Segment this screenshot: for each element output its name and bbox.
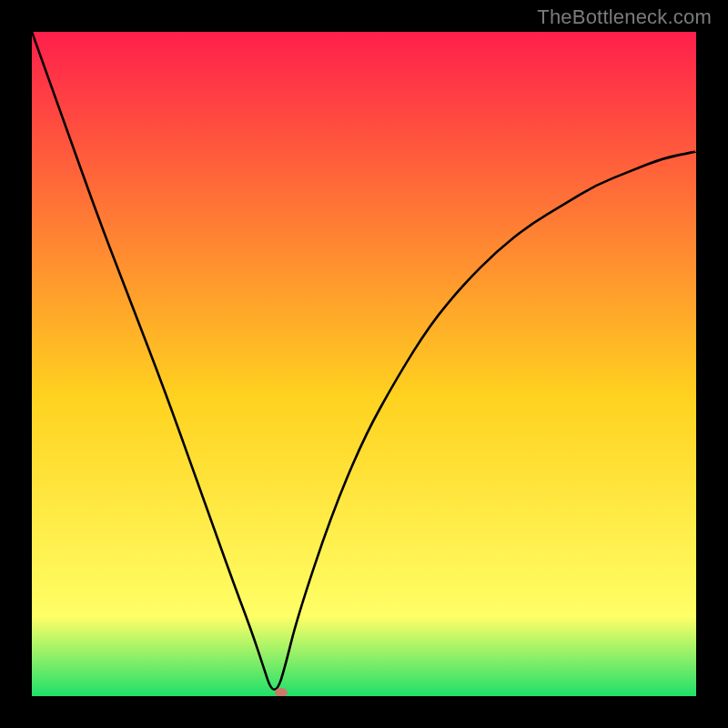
plot-area — [32, 32, 696, 696]
attribution-label: TheBottleneck.com — [537, 5, 712, 29]
chart-frame: TheBottleneck.com — [0, 0, 728, 728]
curve-layer — [32, 32, 696, 696]
sweet-spot-marker-icon — [275, 688, 288, 696]
bottleneck-curve — [32, 32, 696, 690]
